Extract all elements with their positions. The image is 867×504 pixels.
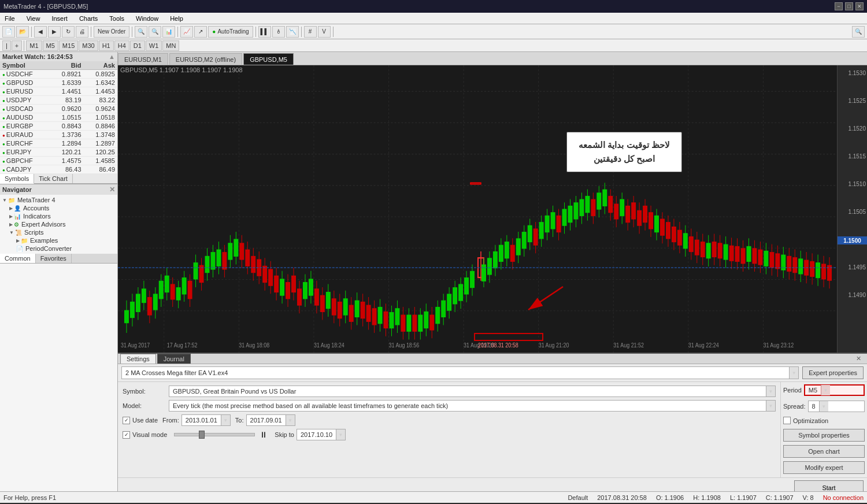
period-m15[interactable]: M15 [59, 40, 78, 51]
zoom-out-button[interactable]: 🔍 [149, 26, 161, 38]
menu-insert[interactable]: Insert [49, 15, 70, 22]
zoom-in-button[interactable]: 🔍 [135, 26, 147, 38]
print-button[interactable]: 🖨 [76, 26, 88, 38]
maximize-button[interactable]: □ [845, 2, 853, 10]
visual-mode-slider[interactable] [174, 433, 255, 436]
refresh-button[interactable]: ↻ [62, 26, 75, 38]
chart-tab-gbpusd-m5[interactable]: GBPUSD,M5 [243, 53, 294, 65]
nav-metatrader4[interactable]: ▼ 📁 MetaTrader 4 [0, 196, 117, 204]
spread-input[interactable]: 8 ▼ [808, 401, 865, 412]
nav-period-converter[interactable]: 📄 PeriodConverter [0, 244, 117, 253]
market-watch-row[interactable]: ●AUDUSD 1.0515 1.0518 [0, 113, 117, 122]
tab-symbols[interactable]: Symbols [0, 174, 34, 184]
market-watch-row[interactable]: ●GBPUSD 1.6339 1.6342 [0, 79, 117, 87]
visual-mode-checkbox[interactable] [123, 431, 130, 439]
auto-trading-button[interactable]: ●AutoTrading [208, 26, 253, 38]
period-mn[interactable]: MN [162, 40, 179, 51]
period-input[interactable]: M5 ▼ [804, 384, 865, 396]
market-watch-row[interactable]: ●USDCHF 0.8921 0.8925 [0, 70, 117, 79]
market-watch-tabs: Symbols Tick Chart [0, 174, 117, 184]
menu-window[interactable]: Window [134, 15, 161, 22]
market-watch-row[interactable]: ●CADJPY 86.43 86.49 [0, 165, 117, 174]
tab-settings[interactable]: Settings [120, 354, 156, 364]
to-date-input[interactable]: 2017.09.01 ▼ [246, 414, 295, 426]
nav-scripts[interactable]: ▼ 📜 Scripts [0, 228, 117, 236]
tab-journal[interactable]: Journal [157, 354, 191, 364]
market-watch-scroll[interactable]: ▲ [109, 53, 115, 60]
forward-button[interactable]: ▶ [48, 26, 61, 38]
slider-thumb[interactable] [199, 431, 205, 439]
period-m30[interactable]: M30 [79, 40, 98, 51]
market-watch-row[interactable]: ●EURJPY 120.21 120.25 [0, 148, 117, 157]
menu-help[interactable]: Help [168, 15, 186, 22]
skip-to-arrow[interactable]: ▼ [336, 429, 345, 440]
period-d1[interactable]: D1 [130, 40, 145, 51]
minimize-button[interactable]: − [835, 2, 843, 10]
chart-type-candle[interactable]: 🕯 [272, 26, 285, 38]
optimization-checkbox[interactable] [783, 417, 791, 424]
period-m5[interactable]: M5 [43, 40, 58, 51]
skip-to-input[interactable]: 2017.10.10 ▼ [297, 429, 346, 440]
grid-button[interactable]: # [304, 26, 317, 38]
from-date-arrow[interactable]: ▼ [221, 415, 230, 425]
nav-tab-common[interactable]: Common [0, 254, 36, 263]
chart-type-bar[interactable]: ▌▌ [258, 26, 271, 38]
chart-type-line[interactable]: 📉 [286, 26, 299, 38]
line-tool[interactable]: | [2, 40, 11, 51]
tab-tick-chart[interactable]: Tick Chart [34, 174, 73, 183]
new-order-button[interactable]: New Order [94, 26, 129, 38]
line-button[interactable]: 📈 [180, 26, 193, 38]
play-pause-button[interactable]: ⏸ [260, 430, 268, 439]
market-watch-row[interactable]: ●USDJPY 83.19 83.22 [0, 96, 117, 105]
period-m1[interactable]: M1 [26, 40, 42, 51]
cursor-tool[interactable]: + [12, 40, 22, 51]
close-button[interactable]: ✕ [855, 2, 864, 10]
symbol-dropdown-arrow[interactable]: ▼ [766, 386, 775, 396]
chart-area[interactable]: GBPUSD,M5 1.1907 1.1908 1.1907 1.1908 1.… [118, 65, 867, 353]
to-date-arrow[interactable]: ▼ [286, 415, 295, 425]
from-date-input[interactable]: 2013.01.01 ▼ [181, 414, 231, 426]
spread-arrow[interactable]: ▼ [819, 401, 828, 412]
period-arrow-button[interactable]: ▼ [821, 385, 830, 395]
nav-indicators[interactable]: ▶ 📊 Indicators [0, 212, 117, 220]
model-dropdown[interactable]: Every tick (the most precise method base… [169, 400, 776, 412]
navigator-close[interactable]: ✕ [109, 186, 115, 194]
arrow-button[interactable]: ↗ [194, 26, 207, 38]
menu-file[interactable]: File [2, 15, 17, 22]
nav-tab-favorites[interactable]: Favorites [36, 254, 72, 263]
bottom-close-button[interactable]: ✕ [853, 354, 865, 364]
new-chart-button[interactable]: 📄 [2, 26, 15, 38]
menu-view[interactable]: View [24, 15, 43, 22]
nav-expert-advisors[interactable]: ▶ ⚙ Expert Advisors [0, 220, 117, 228]
open-button[interactable]: 📂 [16, 26, 29, 38]
indicators-button[interactable]: 📊 [162, 26, 175, 38]
menu-charts[interactable]: Charts [77, 15, 100, 22]
market-watch-row[interactable]: ●EURUSD 1.4451 1.4453 [0, 87, 117, 96]
market-watch-row[interactable]: ●EURCHF 1.2894 1.2897 [0, 139, 117, 148]
period-w1[interactable]: W1 [146, 40, 162, 51]
search-button[interactable]: 🔍 [852, 26, 865, 38]
nav-accounts[interactable]: ▶ 👤 Accounts [0, 204, 117, 212]
market-watch-row[interactable]: ●GBPCHF 1.4575 1.4585 [0, 157, 117, 165]
ea-selector-dropdown[interactable]: 2 MA Crosses Mega filter EA V1.ex4 ▼ [121, 366, 799, 379]
modify-expert-button[interactable]: Modify expert [783, 461, 865, 474]
period-h1[interactable]: H1 [99, 40, 114, 51]
expert-properties-button[interactable]: Expert properties [802, 366, 864, 379]
open-chart-button[interactable]: Open chart [783, 445, 865, 458]
market-watch-row[interactable]: ●EURGBP 0.8843 0.8846 [0, 122, 117, 131]
nav-examples[interactable]: ▶ 📁 Examples [0, 236, 117, 244]
symbol-dropdown[interactable]: GBPUSD, Great Britain Pound vs US Dollar… [169, 386, 776, 397]
market-watch-row[interactable]: ●USDCAD 0.9620 0.9624 [0, 105, 117, 113]
chart-tab-eurusd-m1[interactable]: EURUSD,M1 [118, 53, 168, 65]
model-dropdown-arrow[interactable]: ▼ [766, 401, 775, 411]
volume-button[interactable]: V [318, 26, 331, 38]
symbol-properties-button[interactable]: Symbol properties [783, 429, 865, 442]
use-date-checkbox[interactable] [123, 417, 130, 424]
start-button[interactable]: Start [794, 480, 864, 491]
market-watch-row[interactable]: ●EURAUD 1.3736 1.3748 [0, 131, 117, 139]
period-h4[interactable]: H4 [114, 40, 129, 51]
ea-dropdown-arrow[interactable]: ▼ [789, 367, 798, 379]
menu-tools[interactable]: Tools [107, 15, 127, 22]
back-button[interactable]: ◀ [34, 26, 47, 38]
chart-tab-eurusd-m2[interactable]: EURUSD,M2 (offline) [169, 53, 242, 65]
